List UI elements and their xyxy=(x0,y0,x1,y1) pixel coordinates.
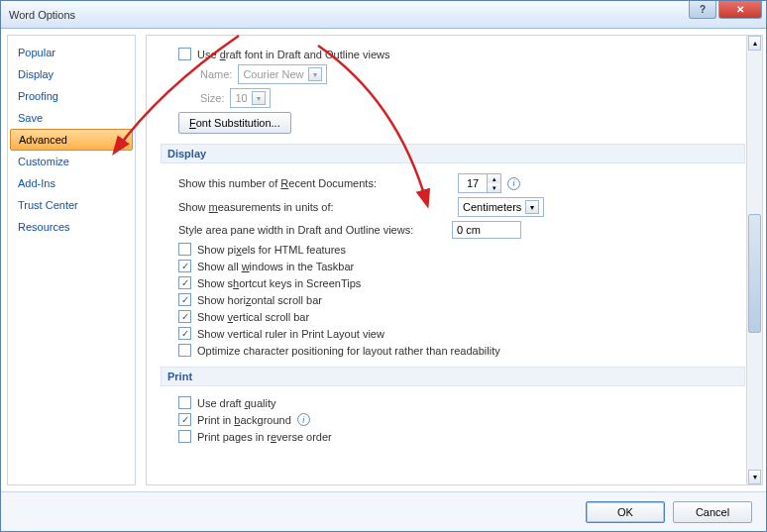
show-pixels-checkbox[interactable] xyxy=(178,243,191,256)
use-draft-font-label: Use draft font in Draft and Outline view… xyxy=(197,49,389,60)
optimize-char-checkbox[interactable] xyxy=(178,344,191,357)
units-label: Show measurements in units of: xyxy=(178,201,426,213)
recent-docs-spinner[interactable]: ▴▾ xyxy=(458,173,501,193)
sidebar-item-proofing[interactable]: Proofing xyxy=(8,85,135,107)
sidebar-item-save[interactable]: Save xyxy=(8,107,135,129)
scroll-down-icon[interactable]: ▾ xyxy=(748,470,761,484)
font-substitution-button[interactable]: Font Substitution... xyxy=(178,112,291,134)
font-size-combo: 10 ▾ xyxy=(230,88,270,108)
recent-docs-label: Show this number of Recent Documents: xyxy=(178,177,426,189)
scroll-up-icon[interactable]: ▴ xyxy=(748,36,761,51)
sidebar-item-popular[interactable]: Popular xyxy=(8,42,135,63)
scroll-thumb[interactable] xyxy=(748,214,761,333)
show-windows-label: Show all windows in the Taskbar xyxy=(197,261,354,272)
ok-button[interactable]: OK xyxy=(586,501,665,523)
units-combo[interactable]: Centimeters ▾ xyxy=(458,197,544,217)
chevron-down-icon: ▾ xyxy=(308,67,322,81)
vertical-scrollbar[interactable]: ▴ ▾ xyxy=(746,35,763,485)
draft-quality-label: Use draft quality xyxy=(197,397,276,409)
titlebar: Word Options ? ✕ xyxy=(1,1,766,29)
show-vscroll-checkbox[interactable]: ✓ xyxy=(178,310,191,323)
show-vruler-checkbox[interactable]: ✓ xyxy=(178,327,191,340)
word-options-dialog: Word Options ? ✕ Popular Display Proofin… xyxy=(0,0,767,532)
show-windows-checkbox[interactable]: ✓ xyxy=(178,260,191,272)
style-pane-label: Style area pane width in Draft and Outli… xyxy=(178,224,446,236)
window-title: Word Options xyxy=(9,9,75,21)
use-draft-font-checkbox[interactable] xyxy=(178,48,191,60)
print-bg-label: Print in background xyxy=(197,414,291,426)
section-print-header: Print xyxy=(161,367,745,386)
show-hscroll-checkbox[interactable]: ✓ xyxy=(178,293,191,306)
sidebar-item-display[interactable]: Display xyxy=(8,63,135,85)
show-vruler-label: Show vertical ruler in Print Layout view xyxy=(197,328,384,340)
sidebar-item-addins[interactable]: Add-Ins xyxy=(8,172,135,194)
sidebar-item-customize[interactable]: Customize xyxy=(8,151,135,172)
print-reverse-label: Print pages in reverse order xyxy=(197,431,332,443)
sidebar-item-trust-center[interactable]: Trust Center xyxy=(8,194,135,216)
style-pane-input[interactable] xyxy=(452,221,521,239)
sidebar-item-resources[interactable]: Resources xyxy=(8,216,135,238)
recent-docs-input[interactable] xyxy=(459,174,487,192)
content-area: Use draft font in Draft and Outline view… xyxy=(136,29,766,491)
sidebar: Popular Display Proofing Save Advanced C… xyxy=(7,35,136,485)
print-reverse-checkbox[interactable] xyxy=(178,430,191,443)
font-name-label: Name: xyxy=(200,68,232,80)
font-name-combo: Courier New ▾ xyxy=(238,64,326,84)
font-size-label: Size: xyxy=(200,92,224,104)
cancel-button[interactable]: Cancel xyxy=(673,501,752,523)
show-pixels-label: Show pixels for HTML features xyxy=(197,244,346,256)
optimize-char-label: Optimize character positioning for layou… xyxy=(197,345,500,357)
spin-down-icon[interactable]: ▾ xyxy=(487,183,500,192)
chevron-down-icon: ▾ xyxy=(252,91,266,105)
sidebar-item-advanced[interactable]: Advanced xyxy=(10,129,133,151)
spin-up-icon[interactable]: ▴ xyxy=(487,174,500,183)
print-bg-checkbox[interactable]: ✓ xyxy=(178,413,191,426)
show-shortcut-checkbox[interactable]: ✓ xyxy=(178,276,191,289)
show-hscroll-label: Show horizontal scroll bar xyxy=(197,294,322,306)
show-vscroll-label: Show vertical scroll bar xyxy=(197,311,309,323)
chevron-down-icon[interactable]: ▾ xyxy=(525,200,539,214)
draft-quality-checkbox[interactable] xyxy=(178,396,191,409)
dialog-footer: OK Cancel xyxy=(1,491,766,531)
info-icon[interactable]: i xyxy=(507,177,520,190)
section-display-header: Display xyxy=(161,144,745,163)
help-button[interactable]: ? xyxy=(689,1,716,19)
show-shortcut-label: Show shortcut keys in ScreenTips xyxy=(197,277,361,289)
info-icon[interactable]: i xyxy=(297,413,310,426)
close-button[interactable]: ✕ xyxy=(718,1,762,19)
options-pane: Use draft font in Draft and Outline view… xyxy=(146,35,760,485)
